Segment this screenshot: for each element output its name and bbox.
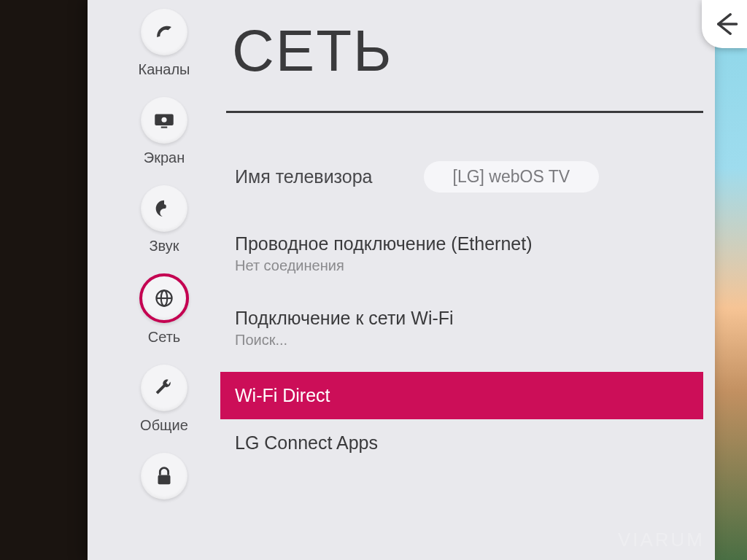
lock-icon xyxy=(141,453,187,499)
watermark: VIARUM xyxy=(618,529,705,551)
sidebar-item-sound[interactable]: Звук xyxy=(141,185,187,254)
setting-title: LG Connect Apps xyxy=(235,432,378,453)
sidebar-item-general[interactable]: Общие xyxy=(140,365,188,434)
settings-list: Имя телевизора [LG] webOS TV Проводное п… xyxy=(226,113,703,467)
page-title: СЕТЬ xyxy=(226,0,703,113)
svg-point-2 xyxy=(161,117,166,122)
wrench-icon xyxy=(141,365,187,411)
sidebar: Каналы Экран Звук Сеть Общие xyxy=(102,0,226,560)
sidebar-item-label: Звук xyxy=(149,238,179,254)
satellite-icon xyxy=(141,9,187,55)
setting-wifi[interactable]: Подключение к сети Wi-Fi Поиск... xyxy=(226,298,703,359)
sidebar-item-network[interactable]: Сеть xyxy=(139,273,189,346)
setting-wifi-direct[interactable]: Wi-Fi Direct xyxy=(220,372,703,419)
setting-title: Wi-Fi Direct xyxy=(235,385,330,405)
svg-rect-7 xyxy=(158,475,171,485)
setting-wired[interactable]: Проводное подключение (Ethernet) Нет сое… xyxy=(226,223,703,284)
back-arrow-icon xyxy=(710,9,739,39)
sidebar-item-screen[interactable]: Экран xyxy=(141,97,187,166)
tvname-label: Имя телевизора xyxy=(235,166,373,187)
back-button[interactable] xyxy=(702,0,747,48)
sidebar-item-lock[interactable] xyxy=(141,453,187,499)
setting-status: Поиск... xyxy=(235,332,696,349)
setting-title: Проводное подключение (Ethernet) xyxy=(235,233,696,254)
sound-icon xyxy=(141,185,187,232)
sidebar-item-channels[interactable]: Каналы xyxy=(139,9,190,78)
sidebar-item-label: Сеть xyxy=(148,329,180,346)
content-area: СЕТЬ Имя телевизора [LG] webOS TV Провод… xyxy=(226,0,715,560)
sidebar-item-label: Экран xyxy=(144,149,185,166)
setting-lg-connect[interactable]: LG Connect Apps xyxy=(226,419,703,467)
sidebar-item-label: Общие xyxy=(140,417,188,434)
tvname-value: [LG] webOS TV xyxy=(424,161,600,192)
setting-tv-name[interactable]: Имя телевизора [LG] webOS TV xyxy=(226,151,703,203)
setting-status: Нет соединения xyxy=(235,257,696,274)
sidebar-item-label: Каналы xyxy=(139,61,190,78)
screen-icon xyxy=(141,97,187,144)
globe-icon xyxy=(139,273,189,323)
setting-title: Подключение к сети Wi-Fi xyxy=(235,308,696,329)
svg-rect-3 xyxy=(161,127,168,128)
